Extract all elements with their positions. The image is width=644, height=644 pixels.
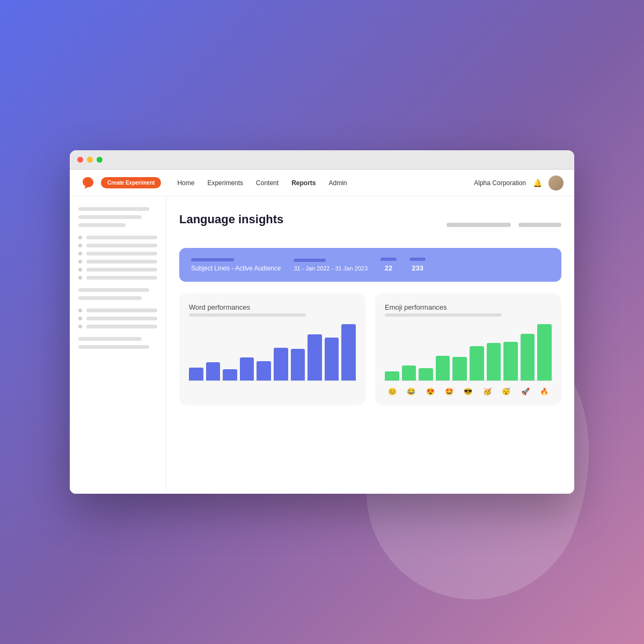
banner-subject-label: Subject Lines - Active Audience <box>191 265 281 272</box>
sidebar-group-5 <box>78 337 157 349</box>
chart-bar <box>537 324 552 381</box>
page-header-row: Language insights <box>179 213 561 237</box>
banner-count-1: 22 <box>385 264 392 272</box>
emoji-label: 😍 <box>426 387 435 396</box>
nav-right: Alpha Corporation 🔔 <box>474 175 564 191</box>
browser-window: Create Experiment Home Experiments Conte… <box>70 150 574 494</box>
chart-bar <box>452 357 467 381</box>
filter-pill-2[interactable] <box>518 223 561 227</box>
sidebar-item[interactable] <box>78 244 157 247</box>
notification-bell-icon[interactable]: 🔔 <box>531 177 543 189</box>
emoji-label: 🤩 <box>445 387 453 396</box>
chart-bar <box>341 324 356 381</box>
traffic-light-red[interactable] <box>77 157 83 163</box>
chart-bar <box>419 368 433 381</box>
sidebar-item[interactable] <box>78 252 157 255</box>
nav-content[interactable]: Content <box>256 179 279 187</box>
sidebar-line <box>78 215 142 219</box>
sidebar-item[interactable] <box>78 317 157 320</box>
sidebar-line <box>86 236 157 239</box>
sidebar-dot <box>78 325 82 328</box>
sidebar-line <box>86 244 157 247</box>
banner-date-range: 31 - Jan 2022 - 31 Jan 2023 <box>294 265 368 272</box>
sidebar-dot <box>78 317 82 320</box>
performance-cards-row: Word performances Emoji performances 😊😂😍… <box>179 294 561 405</box>
page-title: Language insights <box>179 213 283 226</box>
emoji-label: 😂 <box>407 387 415 396</box>
emoji-labels-row: 😊😂😍🤩😎🥳😴🚀🔥 <box>385 387 552 396</box>
chart-bar <box>189 368 203 381</box>
emoji-label: 😊 <box>388 387 397 396</box>
sidebar-item[interactable] <box>78 276 157 280</box>
filter-pill-1[interactable] <box>447 223 511 227</box>
chart-bar <box>206 362 221 381</box>
sidebar-line <box>78 337 142 341</box>
sidebar-item[interactable] <box>78 325 157 328</box>
sidebar-dot <box>78 252 82 255</box>
chart-bar <box>487 343 501 381</box>
banner-decoration-line <box>191 258 234 261</box>
sidebar-line <box>86 268 157 272</box>
sidebar-item[interactable] <box>78 260 157 264</box>
sidebar-line <box>86 309 157 312</box>
sidebar-item[interactable] <box>78 268 157 272</box>
chart-bar <box>274 348 288 381</box>
sidebar-group-4 <box>78 309 157 328</box>
chart-bar <box>521 334 535 381</box>
user-avatar[interactable] <box>548 175 564 191</box>
header-filters <box>447 223 561 227</box>
sidebar-line <box>78 223 126 227</box>
sidebar-dot <box>78 260 82 264</box>
banner-date-block: 31 - Jan 2022 - 31 Jan 2023 <box>294 259 368 272</box>
nav-experiments[interactable]: Experiments <box>207 179 243 187</box>
emoji-label: 🚀 <box>521 387 530 396</box>
banner-label-block: Subject Lines - Active Audience <box>191 258 281 272</box>
word-performances-title: Word performances <box>189 303 356 311</box>
word-performances-subtitle-line <box>189 313 306 317</box>
chart-bar <box>503 342 518 381</box>
chart-bar <box>240 357 254 381</box>
emoji-performances-chart <box>385 324 552 383</box>
company-name: Alpha Corporation <box>474 179 526 187</box>
sidebar-line <box>78 296 142 300</box>
banner-count-2: 233 <box>412 264 423 272</box>
sidebar-item[interactable] <box>78 236 157 239</box>
nav-home[interactable]: Home <box>177 179 194 187</box>
traffic-light-yellow[interactable] <box>87 157 93 163</box>
main-content: Language insights Subject Lines - Active… <box>166 196 574 494</box>
banner-card: Subject Lines - Active Audience 31 - Jan… <box>179 248 561 282</box>
chart-bar <box>223 369 237 381</box>
chart-bar <box>436 356 450 381</box>
top-navigation: Create Experiment Home Experiments Conte… <box>70 170 574 196</box>
sidebar-dot <box>78 276 82 280</box>
chart-bar <box>325 338 339 381</box>
create-experiment-button[interactable]: Create Experiment <box>101 177 161 188</box>
banner-decoration-line <box>409 258 426 261</box>
sidebar-group-3 <box>78 288 157 300</box>
banner-count-1-block: 22 <box>380 258 397 272</box>
logo-icon <box>80 175 96 191</box>
sidebar-line <box>86 252 157 255</box>
sidebar <box>70 196 166 494</box>
banner-count-2-block: 233 <box>409 258 426 272</box>
emoji-label: 😴 <box>502 387 510 396</box>
emoji-performances-subtitle-line <box>385 313 502 317</box>
emoji-label: 🔥 <box>540 387 548 396</box>
sidebar-dot <box>78 244 82 247</box>
nav-admin[interactable]: Admin <box>328 179 347 187</box>
emoji-label: 🥳 <box>483 387 492 396</box>
sidebar-line <box>78 288 149 292</box>
chart-bar <box>402 365 416 381</box>
sidebar-group-1 <box>78 207 157 227</box>
word-performances-chart <box>189 324 356 383</box>
sidebar-dot <box>78 236 82 239</box>
sidebar-line <box>78 345 149 349</box>
nav-reports[interactable]: Reports <box>291 179 316 187</box>
chart-bar <box>257 361 271 381</box>
nav-links: Home Experiments Content Reports Admin <box>177 179 474 187</box>
sidebar-item[interactable] <box>78 309 157 312</box>
sidebar-line <box>86 317 157 320</box>
emoji-performances-title: Emoji performances <box>385 303 552 311</box>
traffic-light-green[interactable] <box>97 157 103 163</box>
sidebar-dot <box>78 309 82 312</box>
